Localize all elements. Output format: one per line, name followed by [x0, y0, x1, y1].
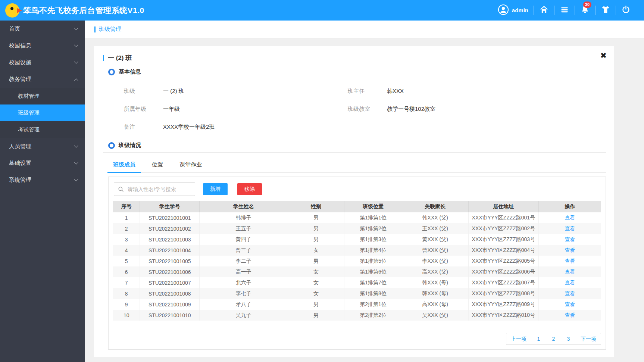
class-status-section-header: 班级情况 [108, 142, 606, 149]
col-student-id: 学生学号 [140, 201, 200, 212]
user-avatar-icon [498, 4, 509, 17]
view-link[interactable]: 查看 [565, 247, 575, 253]
form-left-column: 班级 一 (2) 班 所属年级 一年级 备注 XXXX学校一年级2班 [124, 82, 348, 136]
field-value: XXXX学校一年级2班 [163, 124, 215, 131]
field-classroom: 班级教室 教学一号楼102教室 [348, 100, 606, 118]
field-label: 班主任 [348, 88, 387, 95]
class-title: 一 (2) 班 [108, 54, 132, 62]
field-class: 班级 一 (2) 班 [124, 82, 348, 100]
sidebar-subitem-label: 教材管理 [18, 93, 40, 100]
sidebar-item-home[interactable]: 首页 [0, 21, 85, 37]
header-actions: admin 30 [493, 4, 644, 17]
section-title: 班级情况 [119, 142, 141, 149]
table-row: 8STU20221001008李七子女第1排第8位韩XXX (母)XXX市YYY… [113, 288, 601, 299]
sidebar-item-basic-settings[interactable]: 基础设置 [0, 155, 85, 172]
form-right-column: 班主任 韩XXX 班级教室 教学一号楼102教室 [348, 82, 606, 136]
view-link[interactable]: 查看 [565, 280, 575, 285]
sidebar-subitem-class-management[interactable]: 班级管理 [0, 104, 85, 121]
field-value: 一年级 [163, 106, 180, 113]
chevron-down-icon [74, 59, 78, 63]
field-remark: 备注 XXXX学校一年级2班 [124, 118, 348, 136]
hamburger-icon [560, 5, 569, 16]
main-area: 班级管理 ✖ 一 (2) 班 基本信息 班级 一 (2) 班 [85, 21, 644, 362]
user-name: admin [512, 7, 528, 13]
next-page-button[interactable]: 下一项 [576, 333, 601, 345]
sidebar-item-system-management[interactable]: 系统管理 [0, 172, 85, 188]
view-link[interactable]: 查看 [565, 236, 575, 242]
field-label: 班级教室 [348, 106, 387, 113]
tab-class-members[interactable]: 班级成员 [107, 158, 141, 173]
view-link[interactable]: 查看 [565, 301, 575, 307]
view-link[interactable]: 查看 [565, 312, 575, 318]
breadcrumb-accent-bar [94, 26, 96, 32]
sidebar-item-campus-info[interactable]: 校园信息 [0, 37, 85, 54]
table-row: 7STU20221001007北六子女第1排第7位韩XXX (母)XXX市YYY… [113, 277, 601, 288]
add-button[interactable]: 新增 [203, 183, 228, 195]
sidebar-nav: 首页 校园信息 校园设施 教务管理 教材管理 班级管理 考试管理 人员管理 基础… [0, 21, 85, 362]
section-title: 基本信息 [119, 68, 141, 75]
table-row: 9STU20221001009矛八子男第2排第1位高XXX (母)XXX市YYY… [113, 299, 601, 310]
view-link[interactable]: 查看 [565, 269, 575, 275]
menu-toggle-button[interactable] [554, 5, 575, 16]
sidebar-item-personnel-management[interactable]: 人员管理 [0, 138, 85, 155]
title-accent-bar [103, 55, 104, 61]
table-row: 3STU20221001003黄四子男第1排第3位黄XXX (父)XXX市YYY… [113, 234, 601, 245]
tab-classwork[interactable]: 课堂作业 [174, 158, 207, 172]
prev-page-button[interactable]: 上一项 [506, 333, 531, 345]
tab-position[interactable]: 位置 [146, 158, 169, 172]
field-grade: 所属年级 一年级 [124, 100, 348, 118]
members-toolbar: 新增 移除 [113, 181, 601, 201]
sidebar-item-label: 系统管理 [9, 177, 31, 184]
home-button[interactable] [534, 5, 554, 16]
section-divider [103, 152, 606, 153]
theme-button[interactable] [595, 5, 616, 16]
page-button-2[interactable]: 2 [546, 333, 561, 345]
notifications-button[interactable]: 30 [575, 5, 595, 16]
sidebar-subitem-exam-management[interactable]: 考试管理 [0, 121, 85, 138]
page-button-1[interactable]: 1 [531, 333, 546, 345]
col-index: 序号 [113, 201, 140, 212]
table-row: 2STU20221001002王五子男第1排第2位王XXX (父)XXX市YYY… [113, 223, 601, 234]
breadcrumb-label: 班级管理 [99, 26, 121, 33]
basic-info-form: 班级 一 (2) 班 所属年级 一年级 备注 XXXX学校一年级2班 班主任 [103, 79, 606, 136]
class-status-tabs: 班级成员 位置 课堂作业 [107, 158, 606, 173]
col-student-name: 学生姓名 [200, 201, 288, 212]
field-head-teacher: 班主任 韩XXX [348, 82, 606, 100]
sidebar-item-label: 教务管理 [9, 76, 31, 83]
students-table: 序号 学生学号 学生姓名 性别 班级位置 关联家长 居住地址 操作 1STU20 [113, 201, 601, 321]
card-title-row: 一 (2) 班 [103, 54, 606, 62]
table-row: 1STU20221001001韩排子男第1排第1位韩XXX (父)XXX市YYY… [113, 212, 601, 223]
table-row: 5STU20221001005李二子男第1排第5位李XXX (父)XXX市YYY… [113, 256, 601, 266]
table-row: 4STU20221001004曾三子女第1排第4位曾XXX (父)XXX市YYY… [113, 245, 601, 256]
bird-logo-icon [5, 3, 19, 18]
power-icon [621, 5, 631, 16]
field-label: 备注 [124, 124, 163, 131]
sidebar-subitem-label: 考试管理 [18, 126, 40, 133]
remove-button[interactable]: 移除 [237, 183, 262, 195]
sidebar-subitem-label: 班级管理 [18, 109, 40, 116]
search-input[interactable] [114, 182, 195, 196]
home-icon [539, 5, 549, 16]
logout-button[interactable] [616, 5, 636, 16]
sidebar-item-label: 基础设置 [9, 160, 31, 167]
user-menu[interactable]: admin [493, 4, 534, 17]
section-bullet-icon [108, 142, 115, 149]
view-link[interactable]: 查看 [565, 215, 575, 221]
top-header: 笨鸟不先飞校务后台管理系统V1.0 admin 30 [0, 0, 644, 21]
field-label: 所属年级 [124, 106, 163, 113]
section-bullet-icon [108, 69, 115, 75]
col-gender: 性别 [288, 201, 344, 212]
view-link[interactable]: 查看 [565, 290, 575, 296]
close-icon[interactable]: ✖ [600, 52, 607, 59]
view-link[interactable]: 查看 [565, 225, 575, 231]
page-button-3[interactable]: 3 [561, 333, 576, 345]
table-header-row: 序号 学生学号 学生姓名 性别 班级位置 关联家长 居住地址 操作 [113, 201, 601, 212]
chevron-down-icon [74, 160, 78, 164]
content-area: ✖ 一 (2) 班 基本信息 班级 一 (2) 班 所属年级 [85, 39, 644, 362]
chevron-down-icon [74, 177, 78, 181]
view-link[interactable]: 查看 [565, 258, 575, 264]
breadcrumb: 班级管理 [85, 21, 644, 38]
sidebar-item-campus-facilities[interactable]: 校园设施 [0, 54, 85, 71]
sidebar-subitem-textbook-management[interactable]: 教材管理 [0, 88, 85, 104]
sidebar-item-academic-management[interactable]: 教务管理 [0, 71, 85, 88]
